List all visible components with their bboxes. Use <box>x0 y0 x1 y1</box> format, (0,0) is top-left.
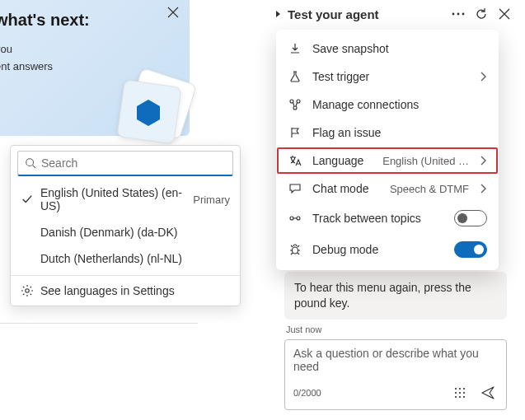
svg-point-0 <box>26 159 34 166</box>
menu-test-trigger[interactable]: Test trigger <box>276 63 499 91</box>
language-option-label: Danish (Denmark) (da-DK) <box>40 226 223 239</box>
promo-graphic <box>115 70 206 144</box>
language-search-input[interactable] <box>41 156 226 170</box>
close-icon[interactable] <box>495 5 513 23</box>
menu-label: Test trigger <box>312 70 469 83</box>
chevron-right-icon <box>479 72 487 82</box>
language-option-label: English (United States) (en-US) <box>40 186 186 212</box>
svg-point-16 <box>463 392 465 394</box>
language-option[interactable]: Dutch (Netherlands) (nl-NL) <box>11 245 240 272</box>
svg-point-19 <box>463 396 465 398</box>
svg-point-11 <box>455 388 457 390</box>
more-icon[interactable] <box>449 5 467 23</box>
see-languages-label: See languages in Settings <box>40 284 175 297</box>
svg-point-13 <box>463 388 465 390</box>
caret-right-icon[interactable] <box>274 10 283 18</box>
svg-point-8 <box>290 217 293 220</box>
char-counter: 0/2000 <box>293 388 321 398</box>
menu-label: Manage connections <box>312 98 487 111</box>
send-icon[interactable] <box>478 383 498 403</box>
svg-point-6 <box>297 100 300 103</box>
chevron-right-icon <box>479 156 487 166</box>
divider <box>0 323 198 324</box>
chat-icon <box>288 182 302 195</box>
flask-icon <box>288 70 302 83</box>
chat-area: To hear this menu again, press the pound… <box>284 272 507 410</box>
debug-mode-toggle[interactable] <box>454 241 487 258</box>
language-list: English (United States) (en-US) Primary … <box>11 176 240 275</box>
composer-placeholder: Ask a question or describe what you need <box>293 347 498 378</box>
refresh-icon[interactable] <box>472 5 490 23</box>
connections-icon <box>288 98 302 111</box>
bot-message: To hear this menu again, press the pound… <box>284 272 507 320</box>
menu-track-topics[interactable]: Track between topics <box>276 203 499 234</box>
promo-line-1: you <box>0 43 178 55</box>
menu-save-snapshot[interactable]: Save snapshot <box>276 35 499 63</box>
menu-debug-mode[interactable]: Debug mode <box>276 234 499 265</box>
bug-icon <box>288 243 302 256</box>
svg-point-5 <box>290 100 293 103</box>
language-picker: English (United States) (en-US) Primary … <box>10 145 241 306</box>
menu-label: Debug mode <box>312 243 444 256</box>
check-icon <box>21 194 34 205</box>
svg-point-7 <box>293 106 297 110</box>
svg-point-15 <box>459 392 461 394</box>
svg-point-4 <box>462 13 465 16</box>
svg-point-14 <box>455 392 457 394</box>
panel-header: Test your agent <box>270 0 517 28</box>
menu-chat-mode[interactable]: Chat mode Speech & DTMF <box>276 175 499 203</box>
message-timestamp: Just now <box>284 324 507 334</box>
menu-value: Speech & DTMF <box>390 183 469 195</box>
menu-label: Track between topics <box>312 212 444 225</box>
svg-point-10 <box>293 247 298 254</box>
svg-point-12 <box>459 388 461 390</box>
chat-composer[interactable]: Ask a question or describe what you need… <box>284 339 507 410</box>
panel-title: Test your agent <box>288 7 444 21</box>
close-icon[interactable] <box>163 2 183 22</box>
svg-point-2 <box>452 13 455 16</box>
menu-label: Language <box>312 154 373 167</box>
panel-settings-menu: Save snapshot Test trigger Manage connec… <box>276 30 499 270</box>
svg-point-17 <box>455 396 457 398</box>
language-option[interactable]: English (United States) (en-US) Primary <box>11 180 240 219</box>
svg-point-3 <box>457 13 460 16</box>
language-option-badge: Primary <box>193 194 230 206</box>
menu-label: Save snapshot <box>312 42 487 55</box>
svg-point-1 <box>26 289 29 292</box>
menu-label: Chat mode <box>312 182 380 195</box>
promo-card: what's next: you ent answers <box>0 0 190 136</box>
menu-flag-issue[interactable]: Flag an issue <box>276 119 499 147</box>
menu-label: Flag an issue <box>312 126 487 139</box>
track-icon <box>288 212 302 225</box>
language-option-label: Dutch (Netherlands) (nl-NL) <box>40 252 223 265</box>
chevron-right-icon <box>479 184 487 194</box>
language-icon <box>288 154 302 167</box>
see-languages-settings[interactable]: See languages in Settings <box>11 275 240 306</box>
search-icon <box>25 157 36 169</box>
menu-value: English (United … <box>382 155 469 167</box>
keypad-icon[interactable] <box>450 383 470 403</box>
download-icon <box>288 42 302 55</box>
menu-language[interactable]: Language English (United … <box>276 147 499 175</box>
gear-icon <box>21 284 34 297</box>
menu-manage-connections[interactable]: Manage connections <box>276 91 499 119</box>
svg-point-9 <box>297 217 300 220</box>
test-agent-panel: Test your agent Save snapshot Test trigg… <box>270 0 517 420</box>
promo-title: what's next: <box>0 11 178 30</box>
language-option[interactable]: Danish (Denmark) (da-DK) <box>11 219 240 245</box>
svg-point-18 <box>459 396 461 398</box>
track-topics-toggle[interactable] <box>454 210 487 226</box>
flag-icon <box>288 126 302 139</box>
language-search[interactable] <box>17 151 233 176</box>
